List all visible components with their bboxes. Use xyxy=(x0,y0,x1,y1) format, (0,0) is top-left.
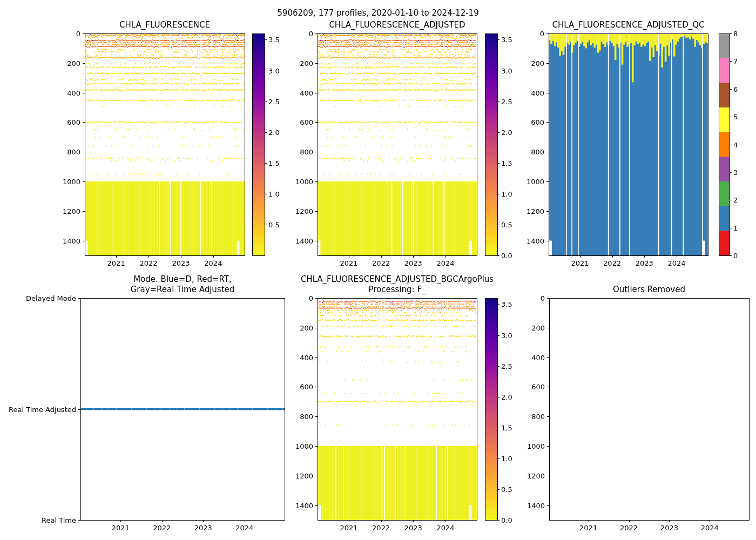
colorbar-tick-label: 8 xyxy=(733,30,738,38)
colorbar-tick-label: 3.5 xyxy=(268,36,280,44)
colorbar-tick-label: 3.5 xyxy=(501,36,512,44)
plots-canvas xyxy=(0,0,756,540)
y-tick-label: 200 xyxy=(531,323,545,332)
colorbar-tick-label: 1.5 xyxy=(501,423,512,431)
panel-title-chla-fluorescence-adjusted-qc: CHLA_FLUORESCENCE_ADJUSTED_QC xyxy=(552,20,705,30)
colorbar-tick-label: 3.0 xyxy=(501,331,512,339)
x-tick-label: 2021 xyxy=(107,259,125,267)
x-tick-label: 2023 xyxy=(404,259,422,267)
x-tick-label: 2023 xyxy=(172,259,190,267)
y-tick-label: 400 xyxy=(531,353,545,361)
x-tick-label: 2024 xyxy=(235,524,253,532)
y-tick-label: 800 xyxy=(300,413,313,421)
panel-title-chla-fluorescence-adjusted: CHLA_FLUORESCENCE_ADJUSTED xyxy=(329,20,465,30)
y-tick-label: Real Time xyxy=(42,516,76,524)
colorbar-tick-label: 2.0 xyxy=(501,393,512,401)
y-tick-label: Real Time Adjusted xyxy=(9,405,76,413)
y-tick-label: Delayed Mode xyxy=(26,294,76,302)
x-tick-label: 2021 xyxy=(579,524,597,532)
y-tick-label: 1000 xyxy=(295,178,313,186)
y-tick-label: 400 xyxy=(300,89,313,97)
x-tick-label: 2022 xyxy=(139,259,157,267)
y-tick-label: 0 xyxy=(309,30,313,38)
colorbar-tick-label: 5 xyxy=(733,113,738,121)
x-tick-label: 2022 xyxy=(372,259,390,267)
colorbar-tick-label: 6 xyxy=(733,85,738,93)
y-tick-label: 1400 xyxy=(527,501,545,509)
y-tick-label: 1400 xyxy=(63,237,80,245)
y-tick-label: 1000 xyxy=(526,178,544,186)
y-tick-label: 800 xyxy=(300,148,313,156)
x-tick-label: 2021 xyxy=(340,259,357,267)
y-tick-label: 400 xyxy=(67,89,80,97)
colorbar-tick-label: 3.0 xyxy=(501,66,512,75)
x-tick-label: 2022 xyxy=(620,524,638,532)
figure: 5906209, 177 profiles, 2020-01-10 to 202… xyxy=(0,0,756,540)
y-tick-label: 600 xyxy=(67,118,80,126)
colorbar-tick-label: 2 xyxy=(733,196,738,204)
y-tick-label: 400 xyxy=(531,89,544,97)
y-tick-label: 200 xyxy=(67,59,80,67)
x-tick-label: 2024 xyxy=(437,259,455,267)
x-tick-label: 2022 xyxy=(153,524,171,532)
panel-title-outliers-removed: Outliers Removed xyxy=(613,285,685,295)
colorbar-tick-label: 1 xyxy=(733,224,738,232)
colorbar-tick-label: 2.5 xyxy=(501,97,512,105)
colorbar-tick-label: 0.5 xyxy=(268,220,280,228)
y-tick-label: 1400 xyxy=(295,501,313,509)
y-tick-label: 800 xyxy=(531,413,545,421)
x-tick-label: 2021 xyxy=(112,524,130,532)
panel-title-chla-fluorescence: CHLA_FLUORESCENCE xyxy=(119,20,210,30)
x-tick-label: 2023 xyxy=(404,524,422,532)
colorbar-tick-label: 0.5 xyxy=(501,220,512,228)
colorbar-tick-label: 1.0 xyxy=(268,190,280,198)
y-tick-label: 1000 xyxy=(527,442,545,450)
y-tick-label: 0 xyxy=(540,30,544,38)
panel-title-mode: Mode. Blue=D, Red=RT, Gray=Real Time Adj… xyxy=(131,274,235,295)
colorbar-tick-label: 4 xyxy=(733,140,738,148)
y-tick-label: 800 xyxy=(531,148,544,156)
colorbar-tick-label: 0.0 xyxy=(501,252,512,260)
x-tick-label: 2024 xyxy=(437,524,455,532)
x-tick-label: 2022 xyxy=(603,259,621,267)
colorbar-tick-label: 2.5 xyxy=(268,97,280,105)
colorbar-tick-label: 0 xyxy=(733,252,738,260)
y-tick-label: 200 xyxy=(300,59,313,67)
figure-title: 5906209, 177 profiles, 2020-01-10 to 202… xyxy=(277,8,478,18)
colorbar-tick-label: 1.0 xyxy=(501,190,512,198)
x-tick-label: 2024 xyxy=(701,524,719,532)
colorbar-tick-label: 2.5 xyxy=(501,362,512,370)
y-tick-label: 1400 xyxy=(295,237,313,245)
y-tick-label: 400 xyxy=(300,353,313,361)
x-tick-label: 2023 xyxy=(660,524,678,532)
x-tick-label: 2024 xyxy=(668,259,686,267)
y-tick-label: 600 xyxy=(300,118,313,126)
y-tick-label: 800 xyxy=(67,148,80,156)
x-tick-label: 2024 xyxy=(204,259,222,267)
y-tick-label: 600 xyxy=(531,118,544,126)
panel-title-bgcargoplus: CHLA_FLUORESCENCE_ADJUSTED_BGCArgoPlus P… xyxy=(301,274,494,295)
y-tick-label: 200 xyxy=(300,323,313,332)
y-tick-label: 200 xyxy=(531,59,544,67)
y-tick-label: 1200 xyxy=(295,471,313,480)
x-tick-label: 2023 xyxy=(194,524,212,532)
colorbar-tick-label: 0.0 xyxy=(501,516,512,524)
y-tick-label: 0 xyxy=(76,30,80,38)
colorbar-tick-label: 1.5 xyxy=(268,159,280,167)
colorbar-tick-label: 2.0 xyxy=(268,128,280,136)
y-tick-label: 1000 xyxy=(295,442,313,450)
y-tick-label: 0 xyxy=(541,294,545,302)
colorbar-tick-label: 1.5 xyxy=(501,159,512,167)
x-tick-label: 2023 xyxy=(636,259,653,267)
colorbar-tick-label: 0.5 xyxy=(501,485,512,493)
y-tick-label: 1200 xyxy=(526,207,544,215)
x-tick-label: 2021 xyxy=(571,259,589,267)
colorbar-tick-label: 1.0 xyxy=(501,454,512,462)
y-tick-label: 1000 xyxy=(63,178,80,186)
colorbar-tick-label: 7 xyxy=(733,57,738,65)
y-tick-label: 0 xyxy=(309,294,313,302)
colorbar-tick-label: 3.5 xyxy=(501,300,512,308)
colorbar-tick-label: 3 xyxy=(733,168,738,176)
y-tick-label: 1200 xyxy=(63,207,80,215)
colorbar-tick-label: 3.0 xyxy=(268,66,280,75)
